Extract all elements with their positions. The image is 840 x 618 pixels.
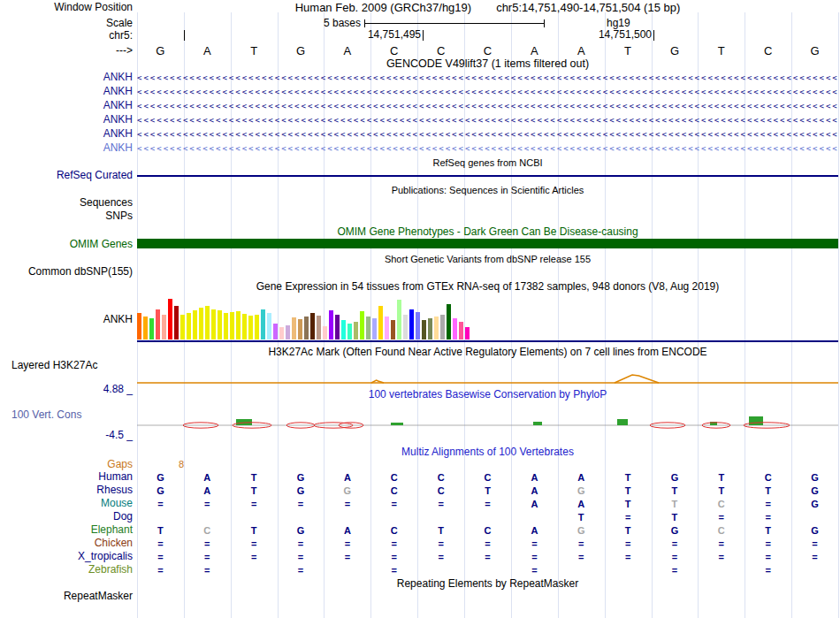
alignment-base: = [672, 564, 677, 576]
alignment-base: C [438, 471, 445, 484]
alignment-base: = [392, 564, 397, 576]
alignment-base: = [719, 538, 724, 550]
refseq-transcript-line[interactable] [137, 175, 838, 177]
alignment-base: T [765, 484, 771, 497]
alignment-base: A [344, 471, 351, 484]
species-label-elephant[interactable]: Elephant [0, 524, 133, 536]
scale-value: 5 bases [272, 18, 361, 29]
gene-transcript-arrows[interactable]: <<<<<<<<<<<<<<<<<<<<<<<<<<<<<<<<<<<<<<<<… [137, 100, 838, 112]
gtex-expression-bar [286, 325, 290, 340]
gtex-expression-bar [329, 310, 333, 340]
track-label-snps[interactable]: SNPs [0, 210, 133, 222]
track-title-multiz[interactable]: Multiz Alignments of 100 Vertebrates [137, 446, 838, 458]
gtex-expression-chart[interactable] [137, 295, 471, 340]
gtex-expression-bar [218, 310, 222, 340]
track-label-refseq-curated[interactable]: RefSeq Curated [0, 170, 133, 181]
species-label-dog[interactable]: Dog [0, 511, 133, 523]
track-label-sequences[interactable]: Sequences [0, 197, 133, 209]
genome-browser: Window Position Scale chr5: ---> ANKH AN… [0, 0, 840, 618]
alignment-base: A [531, 498, 538, 510]
alignment-base: T [157, 524, 164, 537]
track-label-gtex-ankh[interactable]: ANKH [0, 314, 133, 325]
track-title-dbsnp[interactable]: Short Genetic Variants from dbSNP releas… [137, 254, 838, 265]
gtex-gene-model-line [137, 340, 838, 342]
alignment-base: C [391, 484, 398, 497]
alignment-base: T [672, 498, 678, 510]
track-label-gaps[interactable]: Gaps [0, 459, 133, 470]
alignment-base: = [157, 538, 163, 550]
gene-label-ankh-4[interactable]: ANKH [0, 114, 133, 126]
species-label-x-tropicalis[interactable]: X_tropicalis [0, 551, 133, 562]
track-title-gencode[interactable]: GENCODE V49lift37 (1 items filtered out) [137, 58, 838, 70]
track-label-common-dbsnp[interactable]: Common dbSNP(155) [0, 266, 133, 278]
track-title-publications[interactable]: Publications: Sequences in Scientific Ar… [137, 185, 838, 196]
alignment-base: = [345, 551, 350, 563]
gtex-expression-bar [372, 318, 377, 340]
gtex-expression-bar [409, 309, 414, 340]
gene-label-ankh-3[interactable]: ANKH [0, 100, 133, 111]
gene-label-ankh-2[interactable]: ANKH [0, 86, 133, 97]
alignment-base: = [531, 551, 537, 563]
gene-transcript-arrows[interactable]: <<<<<<<<<<<<<<<<<<<<<<<<<<<<<<<<<<<<<<<<… [137, 128, 838, 141]
alignment-base: = [672, 551, 677, 563]
species-label-rhesus[interactable]: Rhesus [0, 484, 133, 496]
track-title-omim[interactable]: OMIM Gene Phenotypes - Dark Green Can Be… [137, 226, 838, 238]
ruler-tick [423, 30, 424, 41]
reference-base: G [278, 44, 325, 57]
species-label-mouse[interactable]: Mouse [0, 498, 133, 509]
alignment-base: = [251, 538, 256, 550]
track-title-gtex[interactable]: Gene Expression in 54 tissues from GTEx … [137, 281, 838, 293]
gene-label-ankh-5[interactable]: ANKH [0, 128, 133, 140]
phylop-conservation-plot[interactable] [137, 414, 838, 437]
gene-transcript-arrows[interactable]: <<<<<<<<<<<<<<<<<<<<<<<<<<<<<<<<<<<<<<<<… [137, 72, 838, 84]
alignment-base: C [718, 524, 725, 537]
gtex-expression-bar [347, 324, 352, 340]
gtex-expression-bar [168, 299, 172, 340]
gtex-expression-bar [279, 327, 284, 340]
alignment-base: C [765, 471, 772, 484]
track-title-repeatmasker[interactable]: Repeating Elements by RepeatMasker [137, 578, 838, 590]
gtex-expression-bar [149, 318, 154, 340]
alignment-base: = [719, 551, 724, 563]
track-label-100-vert-cons[interactable]: 100 Vert. Cons [0, 409, 133, 421]
species-label-zebrafish[interactable]: Zebrafish [0, 564, 133, 576]
h3k27ac-signal[interactable] [137, 371, 838, 385]
gtex-expression-bar [261, 309, 265, 340]
gene-transcript-arrows[interactable]: <<<<<<<<<<<<<<<<<<<<<<<<<<<<<<<<<<<<<<<<… [137, 114, 838, 126]
track-label-layered-h3k27ac[interactable]: Layered H3K27Ac [0, 360, 133, 371]
gtex-expression-bar [310, 313, 315, 340]
reference-base: C [370, 44, 417, 57]
species-label-chicken[interactable]: Chicken [0, 538, 133, 549]
alignment-base: C [391, 524, 398, 537]
track-label-repeatmasker[interactable]: RepeatMasker [0, 591, 133, 602]
gtex-expression-bar [360, 311, 364, 340]
alignment-base: = [672, 538, 677, 550]
alignment-base: G [811, 484, 819, 497]
gtex-expression-bar [137, 313, 141, 340]
track-title-h3k27ac[interactable]: H3K27Ac Mark (Often Found Near Active Re… [137, 347, 838, 358]
species-label-human[interactable]: Human [0, 471, 133, 483]
alignment-base: = [485, 538, 490, 550]
alignment-base: = [765, 551, 770, 563]
gtex-expression-bar [323, 326, 327, 340]
alignment-base: T [718, 484, 724, 497]
gene-transcript-arrows[interactable]: <<<<<<<<<<<<<<<<<<<<<<<<<<<<<<<<<<<<<<<<… [137, 142, 838, 155]
alignment-base: G [157, 471, 164, 484]
alignment-base: A [577, 471, 584, 484]
track-title-phylop[interactable]: 100 vertebrates Basewise Conservation by… [137, 389, 838, 401]
alignment-base: C [485, 471, 492, 484]
alignment-base: G [811, 498, 819, 510]
omim-gene-bar[interactable] [137, 239, 838, 248]
alignment-base: T [485, 484, 491, 497]
browser-position-title: Human Feb. 2009 (GRCh37/hg19)chr5:14,751… [137, 2, 838, 13]
gene-label-ankh-6[interactable]: ANKH [0, 142, 133, 154]
gene-label-ankh-1[interactable]: ANKH [0, 72, 133, 83]
gaps-count: 8 [179, 459, 184, 470]
alignment-base: = [719, 511, 724, 523]
alignment-base: = [765, 564, 770, 576]
alignment-base: A [531, 471, 538, 484]
gtex-expression-bar [162, 315, 166, 340]
gene-transcript-arrows[interactable]: <<<<<<<<<<<<<<<<<<<<<<<<<<<<<<<<<<<<<<<<… [137, 86, 838, 98]
track-title-refseq[interactable]: RefSeq genes from NCBI [137, 157, 838, 169]
track-label-omim-genes[interactable]: OMIM Genes [0, 239, 133, 250]
